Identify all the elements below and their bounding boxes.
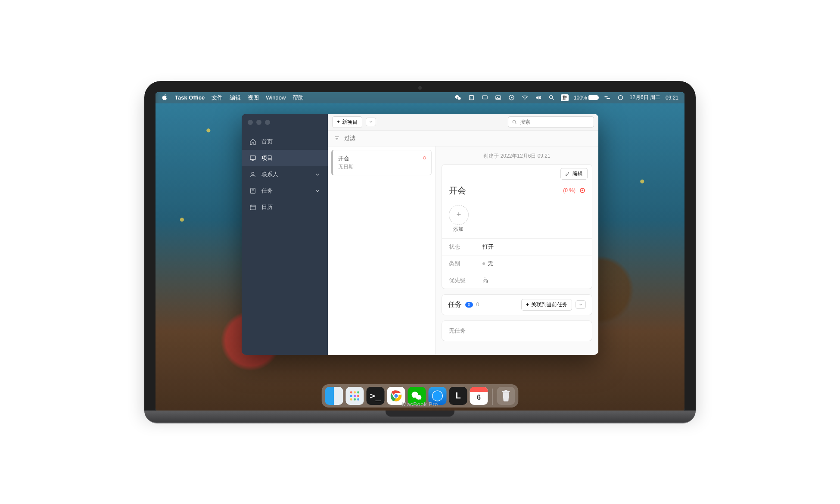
sidebar-item-tasks[interactable]: 任务: [242, 183, 328, 199]
link-task-label: 关联到当前任务: [531, 301, 567, 308]
search-field[interactable]: [508, 116, 594, 128]
new-project-dropdown[interactable]: [366, 118, 376, 126]
volume-icon[interactable]: [534, 94, 542, 101]
sidebar-item-home[interactable]: 首页: [242, 134, 328, 150]
svg-point-7: [549, 96, 553, 99]
wifi-icon[interactable]: [521, 94, 529, 101]
spotlight-icon[interactable]: [548, 94, 556, 101]
sidebar-item-label: 联系人: [261, 171, 278, 178]
search-icon: [512, 119, 517, 125]
menu-help[interactable]: 帮助: [292, 94, 304, 102]
link-task-button[interactable]: + 关联到当前任务: [521, 299, 572, 311]
menubar-date[interactable]: 12月6日 周二: [630, 94, 660, 101]
edit-icon: [565, 171, 570, 176]
svg-rect-20: [354, 395, 356, 397]
svg-point-10: [618, 96, 622, 100]
svg-point-15: [513, 120, 516, 123]
search-input[interactable]: [520, 119, 590, 125]
field-value: 打开: [482, 243, 494, 251]
sidebar-item-calendar[interactable]: 日历: [242, 199, 328, 215]
svg-rect-14: [250, 205, 255, 210]
menu-bar: Task Office 文件 编辑 视图 Window 帮助 L 拼: [156, 92, 684, 103]
svg-rect-22: [350, 398, 352, 400]
filter-label[interactable]: 过滤: [344, 134, 355, 142]
project-list: 开会 无日期: [328, 146, 436, 355]
detail-title: 开会: [449, 185, 559, 196]
svg-rect-17: [354, 391, 356, 393]
input-method-badge[interactable]: 拼: [561, 94, 569, 101]
sidebar-item-label: 项目: [261, 154, 273, 162]
laptop-base: [144, 411, 696, 423]
project-title: 开会: [338, 155, 426, 162]
row-priority: 优先级 高: [442, 272, 592, 289]
tasks-panel: 任务 0 0 + 关联到当前任务: [442, 294, 592, 315]
filter-bar: 过滤: [328, 131, 598, 146]
detail-panel: 编辑 开会 (0 %) + 添加: [442, 164, 592, 289]
control-center-icon[interactable]: [603, 94, 611, 101]
airdrop-icon[interactable]: [481, 94, 489, 101]
app-name[interactable]: Task Office: [175, 94, 205, 101]
svg-rect-24: [357, 398, 359, 400]
laptop-notch: [386, 411, 454, 417]
battery-icon: [588, 95, 598, 100]
empty-tasks-panel: 无任务: [442, 320, 592, 341]
chevron-down-icon: [579, 302, 583, 307]
status-dot-icon: [423, 156, 426, 159]
close-button[interactable]: [248, 120, 253, 125]
empty-tasks-label: 无任务: [442, 321, 592, 341]
field-label: 状态: [449, 243, 470, 251]
category-dot-icon: [482, 262, 485, 265]
menubar-time[interactable]: 09:21: [666, 95, 678, 101]
zoom-button[interactable]: [265, 120, 270, 125]
add-label: 添加: [453, 226, 592, 233]
svg-rect-19: [350, 395, 352, 397]
svg-rect-2: [482, 96, 487, 99]
photos-icon[interactable]: [494, 94, 502, 101]
sidebar-item-projects[interactable]: 项目: [242, 150, 328, 166]
playback-icon[interactable]: [507, 94, 516, 101]
calendar-icon: [249, 204, 256, 211]
chevron-down-icon: [314, 171, 321, 178]
tasks-label: 任务: [448, 300, 462, 309]
edit-button[interactable]: 编辑: [560, 168, 588, 180]
filter-icon: [334, 135, 340, 141]
wechat-status-icon[interactable]: [454, 94, 462, 101]
add-button[interactable]: +: [449, 205, 469, 225]
menu-edit[interactable]: 编辑: [230, 94, 241, 102]
menu-view[interactable]: 视图: [248, 94, 259, 102]
siri-icon[interactable]: [616, 94, 625, 101]
project-card[interactable]: 开会 无日期: [331, 150, 432, 175]
menu-file[interactable]: 文件: [212, 94, 223, 102]
status-icon-1[interactable]: L: [467, 94, 476, 101]
project-subtitle: 无日期: [338, 163, 426, 171]
sidebar-item-label: 首页: [261, 138, 273, 146]
svg-rect-21: [357, 395, 359, 397]
svg-rect-8: [604, 96, 608, 97]
sidebar: 首页 项目 联系人 任务: [242, 114, 328, 355]
contact-icon: [249, 171, 256, 178]
row-status: 状态 打开: [442, 238, 592, 255]
new-project-label: 新项目: [342, 118, 358, 126]
minimize-button[interactable]: [256, 120, 261, 125]
window-controls: [242, 114, 328, 134]
svg-rect-23: [354, 398, 356, 400]
battery-percent: 100%: [574, 95, 587, 101]
field-label: 类别: [449, 260, 470, 268]
new-project-button[interactable]: + 新项目: [332, 116, 362, 128]
apple-menu-icon[interactable]: [162, 94, 168, 102]
toolbar: + 新项目: [328, 114, 598, 131]
svg-point-6: [524, 99, 525, 100]
calendar-day: 6: [477, 394, 481, 401]
main-pane: + 新项目 过滤: [328, 114, 598, 355]
sidebar-item-label: 日历: [261, 203, 273, 211]
plus-icon: +: [337, 119, 340, 125]
plus-icon: +: [526, 302, 529, 308]
battery-status[interactable]: 100%: [574, 95, 598, 101]
field-value: 高: [482, 277, 488, 284]
home-icon: [249, 138, 256, 145]
link-task-dropdown[interactable]: [576, 300, 586, 309]
menu-window[interactable]: Window: [266, 94, 286, 101]
sidebar-item-contacts[interactable]: 联系人: [242, 166, 328, 183]
edit-label: 编辑: [572, 170, 583, 177]
field-label: 优先级: [449, 277, 470, 284]
